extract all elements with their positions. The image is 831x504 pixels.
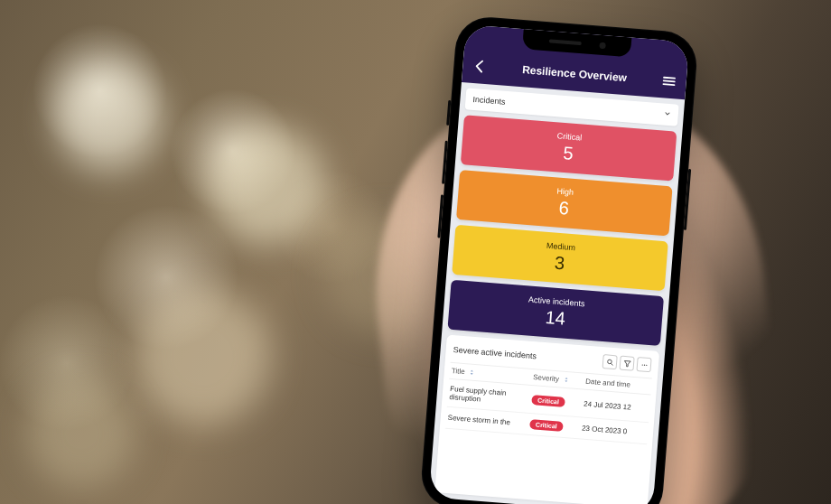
stat-active-incidents[interactable]: Active incidents 14	[447, 280, 664, 346]
svg-marker-5	[623, 360, 630, 367]
svg-marker-12	[565, 381, 567, 383]
col-datetime[interactable]: Date and time	[585, 378, 650, 391]
stat-critical[interactable]: Critical 5	[461, 115, 677, 181]
severe-incidents-section: Severe active incidents	[434, 334, 659, 504]
severity-badge: Critical	[529, 419, 564, 432]
svg-marker-10	[471, 373, 473, 375]
phone-screen: Resilience Overview Incidents Cr	[429, 24, 689, 504]
cell-datetime: 23 Oct 2023 0	[582, 425, 647, 438]
more-button[interactable]	[636, 357, 651, 372]
cell-title: Severe storm in the	[447, 414, 529, 428]
svg-line-0	[664, 78, 675, 79]
back-icon[interactable]	[472, 58, 489, 75]
stat-high[interactable]: High 6	[456, 170, 673, 236]
svg-line-1	[664, 80, 675, 81]
phone-frame: Resilience Overview Incidents Cr	[419, 14, 699, 504]
tab-label: Incidents	[472, 95, 506, 107]
search-button[interactable]	[602, 354, 618, 369]
col-title[interactable]: Title	[451, 367, 533, 381]
cell-severity: Critical	[531, 395, 584, 409]
sort-icon	[563, 377, 570, 384]
svg-marker-11	[565, 378, 567, 379]
svg-line-2	[663, 84, 674, 85]
svg-line-4	[611, 363, 612, 365]
col-severity[interactable]: Severity	[533, 373, 586, 386]
chevron-down-icon	[663, 110, 671, 120]
svg-point-6	[641, 364, 642, 365]
filter-button[interactable]	[619, 356, 634, 371]
stat-medium[interactable]: Medium 3	[452, 225, 668, 291]
svg-marker-9	[471, 370, 473, 372]
cell-datetime: 24 Jul 2023 12	[584, 399, 649, 413]
severity-badge: Critical	[531, 395, 565, 407]
sort-icon	[469, 369, 476, 377]
cell-severity: Critical	[529, 419, 583, 434]
svg-point-7	[643, 364, 644, 365]
page-title: Resilience Overview	[488, 61, 662, 87]
section-title: Severe active incidents	[453, 345, 537, 360]
svg-point-8	[646, 364, 647, 365]
cell-title: Fuel supply chain disruption	[449, 385, 532, 407]
menu-icon[interactable]	[660, 72, 677, 89]
